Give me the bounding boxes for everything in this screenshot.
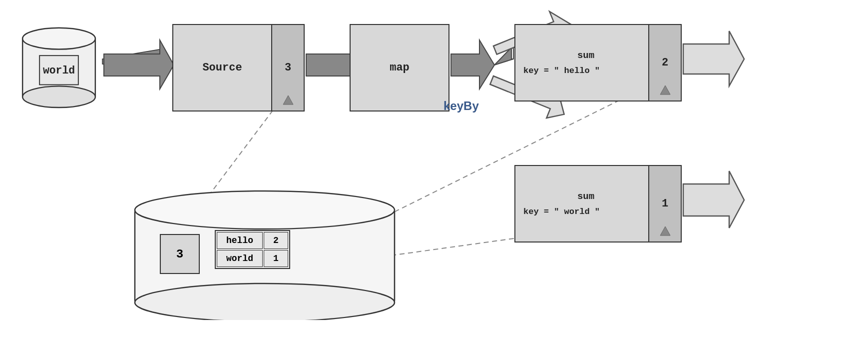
svg-marker-10 — [660, 226, 670, 236]
map-box: map — [350, 24, 449, 112]
diagram: world Source 3 map keyBy sum key = " hel… — [0, 0, 868, 337]
arrow-sum-hello-out — [683, 31, 744, 86]
sum-hello-side-label: 2 — [662, 56, 668, 69]
arrow-sum-world-out — [683, 171, 744, 228]
sum-hello-sum-label: sum — [577, 50, 594, 61]
arrow-cyl-src — [104, 40, 174, 89]
svg-point-4 — [22, 86, 95, 108]
source-label: Source — [202, 62, 242, 74]
svg-text:world: world — [43, 64, 75, 76]
state-val-hello: 2 — [264, 232, 288, 249]
map-label: map — [390, 62, 410, 74]
sum-world-box-side: 1 — [648, 165, 682, 242]
state-key-world: world — [217, 250, 263, 267]
state-key-hello: hello — [217, 232, 263, 249]
source-box-side: 3 — [271, 24, 305, 112]
sum-world-arrow-icon — [659, 226, 671, 238]
sum-hello-box-side: 2 — [648, 24, 682, 102]
sum-hello-key-label: key = " hello " — [523, 66, 600, 76]
state-val-world: 1 — [264, 250, 288, 267]
keyby-label: keyBy — [443, 99, 479, 113]
state-single-box: 3 — [160, 234, 200, 274]
sum-world-sum-label: sum — [577, 191, 594, 202]
state-single-value: 3 — [176, 248, 183, 261]
table-row: world 1 — [217, 250, 288, 267]
sum-hello-arrow-icon — [659, 84, 671, 96]
table-row: hello 2 — [217, 232, 288, 249]
state-table: hello 2 world 1 — [215, 230, 290, 269]
sum-world-box-main: sum key = " world " — [514, 165, 649, 242]
sum-hello-box-main: sum key = " hello " — [514, 24, 649, 102]
svg-marker-9 — [660, 86, 670, 94]
sum-world-side-label: 1 — [662, 198, 668, 210]
sum-world-key-label: key = " world " — [523, 207, 600, 216]
svg-point-12 — [135, 284, 395, 320]
source-arrow-icon — [282, 94, 294, 106]
cylinder: world — [19, 24, 99, 109]
source-box-main: Source — [172, 24, 272, 112]
svg-point-13 — [135, 191, 395, 229]
arrow-cylinder-source — [102, 49, 162, 74]
cylinder-svg: world — [19, 24, 99, 109]
source-side-label: 3 — [285, 62, 291, 74]
svg-marker-2 — [494, 48, 513, 65]
arrow-map-keyby — [451, 40, 494, 89]
svg-marker-8 — [283, 96, 293, 104]
svg-point-5 — [22, 28, 95, 50]
